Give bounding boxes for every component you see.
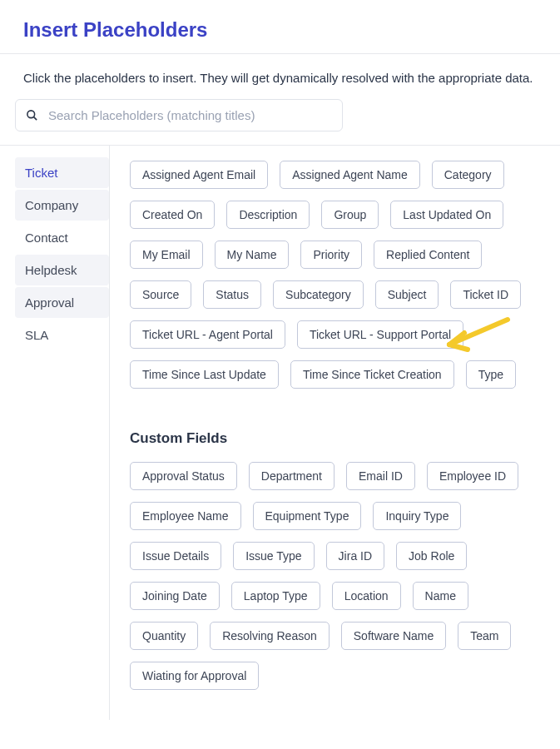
placeholder-chip[interactable]: Employee Name <box>130 502 241 530</box>
placeholder-chip[interactable]: Inquiry Type <box>373 502 461 530</box>
placeholder-chip[interactable]: Ticket URL - Agent Portal <box>130 320 285 349</box>
search-icon <box>26 109 38 122</box>
placeholder-chip[interactable]: Time Since Last Update <box>130 360 279 389</box>
placeholder-chip[interactable]: Assigned Agent Name <box>280 161 420 189</box>
placeholder-chip[interactable]: Last Updated On <box>390 201 503 229</box>
custom-chip-group: Approval Status Department Email ID Empl… <box>130 462 537 690</box>
search-wrap <box>0 99 560 145</box>
placeholder-chip[interactable]: Employee ID <box>427 462 518 490</box>
placeholder-chip[interactable]: Location <box>332 582 401 610</box>
instructions-text: Click the placeholders to insert. They w… <box>0 54 560 99</box>
placeholder-chip[interactable]: Joining Date <box>130 582 220 610</box>
placeholder-chip[interactable]: Status <box>203 280 261 309</box>
sidebar: Ticket Company Contact Helpdesk Approval… <box>0 146 110 720</box>
placeholder-chip[interactable]: Assigned Agent Email <box>130 161 268 189</box>
placeholder-chip[interactable]: Ticket ID <box>450 280 521 309</box>
modal-header: Insert Placeholders <box>0 0 560 53</box>
placeholder-chip[interactable]: Laptop Type <box>231 582 320 610</box>
placeholder-chip[interactable]: Subject <box>375 280 439 309</box>
placeholder-chip[interactable]: Name <box>413 582 468 610</box>
sidebar-item-approval[interactable]: Approval <box>15 287 109 318</box>
placeholder-chip[interactable]: Job Role <box>396 542 467 570</box>
main-area: Ticket Company Contact Helpdesk Approval… <box>0 146 560 720</box>
placeholder-chip[interactable]: Type <box>466 360 516 389</box>
sidebar-item-company[interactable]: Company <box>15 190 109 221</box>
placeholder-chip[interactable]: Email ID <box>346 462 415 490</box>
sidebar-item-helpdesk[interactable]: Helpdesk <box>15 255 109 285</box>
placeholder-chip[interactable]: Approval Status <box>130 462 237 490</box>
placeholder-chip[interactable]: Team <box>458 622 511 650</box>
placeholder-chip[interactable]: Category <box>432 161 504 189</box>
placeholder-chip[interactable]: My Email <box>130 241 203 269</box>
search-input[interactable] <box>48 108 332 122</box>
placeholder-chip[interactable]: Created On <box>130 201 215 229</box>
placeholder-chip[interactable]: Replied Content <box>374 241 482 269</box>
standard-chip-group: Assigned Agent Email Assigned Agent Name… <box>130 161 537 389</box>
placeholder-chip[interactable]: Equipment Type <box>253 502 362 530</box>
sidebar-item-contact[interactable]: Contact <box>15 222 109 253</box>
placeholder-chip[interactable]: Resolving Reason <box>210 622 330 650</box>
placeholder-chip[interactable]: Issue Type <box>233 542 314 570</box>
sidebar-item-ticket[interactable]: Ticket <box>15 157 109 188</box>
placeholder-chip[interactable]: Software Name <box>341 622 446 650</box>
content-area: Assigned Agent Email Assigned Agent Name… <box>110 146 560 720</box>
placeholder-chip[interactable]: Issue Details <box>130 542 221 570</box>
placeholder-chip[interactable]: Source <box>130 280 191 309</box>
page-title: Insert Placeholders <box>23 18 537 42</box>
placeholder-chip[interactable]: Department <box>249 462 335 490</box>
placeholder-chip[interactable]: Group <box>321 201 379 229</box>
placeholder-chip[interactable]: Quantity <box>130 622 198 650</box>
svg-point-0 <box>27 111 35 118</box>
placeholder-chip[interactable]: Wiating for Approval <box>130 662 259 690</box>
placeholder-chip[interactable]: Jira ID <box>326 542 384 570</box>
placeholder-chip[interactable]: Ticket URL - Support Portal <box>297 320 463 349</box>
placeholder-chip[interactable]: Description <box>226 201 310 229</box>
custom-fields-title: Custom Fields <box>130 430 537 447</box>
placeholder-chip[interactable]: Priority <box>300 241 362 269</box>
sidebar-item-sla[interactable]: SLA <box>15 320 109 350</box>
placeholder-chip[interactable]: Subcategory <box>273 280 364 309</box>
svg-line-1 <box>33 117 37 120</box>
placeholder-chip[interactable]: Time Since Ticket Creation <box>290 360 454 389</box>
search-box[interactable] <box>15 99 343 131</box>
placeholder-chip[interactable]: My Name <box>215 241 290 269</box>
